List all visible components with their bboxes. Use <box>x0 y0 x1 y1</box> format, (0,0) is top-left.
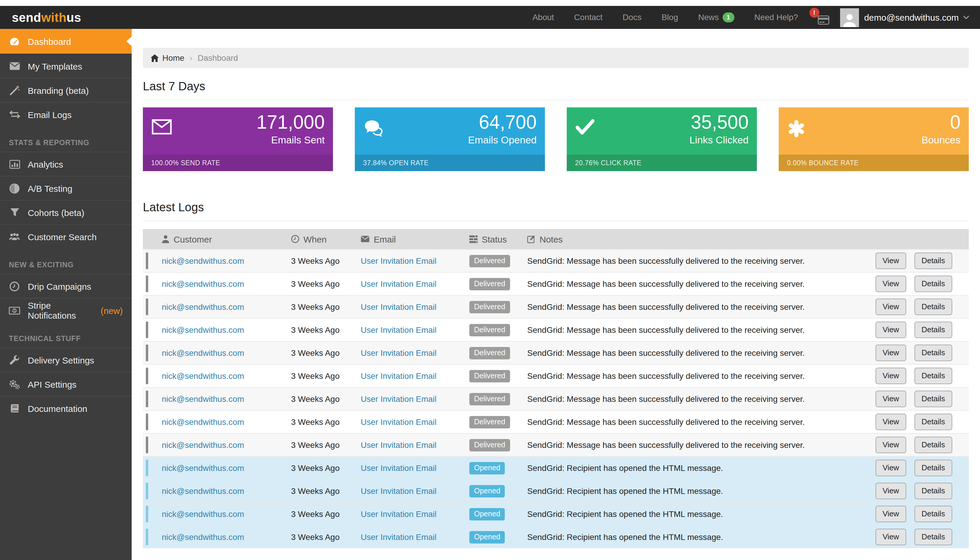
email-template-link[interactable]: User Invitation Email <box>361 417 437 427</box>
note-cell: SendGrid: Message has been successfully … <box>523 364 871 387</box>
email-template-link[interactable]: User Invitation Email <box>361 394 437 403</box>
customer-link[interactable]: nick@sendwithus.com <box>162 463 244 473</box>
sidebar-item-dashboard[interactable]: Dashboard <box>0 29 132 54</box>
status-accent-bar <box>146 506 148 522</box>
nav-link-blog[interactable]: Blog <box>651 6 688 29</box>
stat-footer: 37.84% OPEN RATE <box>355 155 545 171</box>
billing-alert-badge: ! <box>809 7 819 17</box>
customer-link[interactable]: nick@sendwithus.com <box>162 532 244 542</box>
billing-alert-button[interactable]: ! <box>811 9 829 26</box>
status-accent-bar <box>146 275 148 292</box>
details-button[interactable]: Details <box>915 368 952 384</box>
email-template-link[interactable]: User Invitation Email <box>361 486 437 496</box>
column-header-customer: Customer <box>174 234 212 244</box>
details-button[interactable]: Details <box>915 483 952 499</box>
logs-table: Customer When Email Status Notes nick@se… <box>143 229 969 548</box>
table-row: nick@sendwithus.com 3 Weeks Ago User Inv… <box>143 295 969 318</box>
details-button[interactable]: Details <box>915 460 952 476</box>
stat-card-bounces[interactable]: 0 Bounces 0.00% BOUNCE RATE <box>779 107 969 171</box>
sidebar-item-ab-testing[interactable]: A/B Testing <box>0 176 132 200</box>
stat-cards: 171,000 Emails Sent 100.00% SEND RATE 64… <box>143 107 969 171</box>
sidebar-item-documentation[interactable]: Documentation <box>0 396 132 420</box>
customer-link[interactable]: nick@sendwithus.com <box>162 509 244 519</box>
view-button[interactable]: View <box>875 483 906 499</box>
email-template-link[interactable]: User Invitation Email <box>361 348 437 358</box>
customer-link[interactable]: nick@sendwithus.com <box>162 302 244 312</box>
view-button[interactable]: View <box>875 298 906 315</box>
customer-link[interactable]: nick@sendwithus.com <box>162 440 244 450</box>
sidebar-item-customer-search[interactable]: Customer Search <box>0 224 132 248</box>
email-template-link[interactable]: User Invitation Email <box>361 279 437 288</box>
customer-link[interactable]: nick@sendwithus.com <box>162 417 244 427</box>
customer-link[interactable]: nick@sendwithus.com <box>162 371 244 381</box>
status-accent-bar <box>146 391 148 407</box>
user-email[interactable]: demo@sendwithus.com <box>864 12 959 22</box>
person-silhouette-icon <box>841 12 857 27</box>
sidebar-item-drip-campaigns[interactable]: Drip Campaigns <box>0 274 132 298</box>
logo[interactable]: sendwithus <box>0 10 81 25</box>
stat-card-links-clicked[interactable]: 35,500 Links Clicked 20.76% CLICK RATE <box>567 107 757 171</box>
nav-link-about[interactable]: About <box>523 6 564 29</box>
when-cell: 3 Weeks Ago <box>286 480 356 502</box>
email-template-link[interactable]: User Invitation Email <box>361 532 437 542</box>
details-button[interactable]: Details <box>915 506 952 522</box>
breadcrumb-home[interactable]: Home <box>150 53 184 63</box>
nav-link-docs[interactable]: Docs <box>613 6 651 29</box>
column-header-status: Email <box>374 234 396 244</box>
stat-card-emails-sent[interactable]: 171,000 Emails Sent 100.00% SEND RATE <box>143 107 333 171</box>
nav-link-need-help[interactable]: Need Help? <box>745 6 808 29</box>
sidebar-item-cohorts[interactable]: Cohorts (beta) <box>0 200 132 224</box>
note-cell: SendGrid: Message has been successfully … <box>523 342 871 364</box>
customer-link[interactable]: nick@sendwithus.com <box>162 394 244 403</box>
customer-link[interactable]: nick@sendwithus.com <box>162 256 244 265</box>
view-button[interactable]: View <box>875 368 906 384</box>
details-button[interactable]: Details <box>915 275 952 292</box>
customer-link[interactable]: nick@sendwithus.com <box>162 325 244 335</box>
email-template-link[interactable]: User Invitation Email <box>361 509 437 519</box>
email-template-link[interactable]: User Invitation Email <box>361 256 437 265</box>
view-button[interactable]: View <box>875 345 906 361</box>
view-button[interactable]: View <box>875 253 906 269</box>
view-button[interactable]: View <box>875 391 906 407</box>
sidebar-item-delivery-settings[interactable]: Delivery Settings <box>0 348 132 372</box>
details-button[interactable]: Details <box>915 345 952 361</box>
chevron-down-icon[interactable] <box>963 15 969 20</box>
sidebar-item-email-logs[interactable]: Email Logs <box>0 102 132 126</box>
email-template-link[interactable]: User Invitation Email <box>361 325 437 335</box>
sidebar-item-my-templates[interactable]: My Templates <box>0 54 132 78</box>
customer-link[interactable]: nick@sendwithus.com <box>162 486 244 496</box>
details-button[interactable]: Details <box>915 437 952 453</box>
details-button[interactable]: Details <box>915 298 952 315</box>
details-button[interactable]: Details <box>915 253 952 269</box>
view-button[interactable]: View <box>875 275 906 292</box>
email-template-link[interactable]: User Invitation Email <box>361 371 437 381</box>
view-button[interactable]: View <box>875 437 906 453</box>
view-button[interactable]: View <box>875 414 906 430</box>
sidebar-item-stripe-notifications[interactable]: 1 Stripe Notifications (new) <box>0 298 132 322</box>
view-button[interactable]: View <box>875 322 906 338</box>
asterisk-icon <box>788 119 805 140</box>
details-button[interactable]: Details <box>915 391 952 407</box>
customer-link[interactable]: nick@sendwithus.com <box>162 348 244 358</box>
nav-link-news[interactable]: News1 <box>688 6 744 29</box>
stat-card-emails-opened[interactable]: 64,700 Emails Opened 37.84% OPEN RATE <box>355 107 545 171</box>
nav-link-contact[interactable]: Contact <box>564 6 613 29</box>
details-button[interactable]: Details <box>915 322 952 338</box>
table-row: nick@sendwithus.com 3 Weeks Ago User Inv… <box>143 364 969 387</box>
view-button[interactable]: View <box>875 529 906 545</box>
email-template-link[interactable]: User Invitation Email <box>361 302 437 312</box>
avatar[interactable] <box>840 8 859 27</box>
when-cell: 3 Weeks Ago <box>286 342 356 364</box>
sidebar-item-branding[interactable]: Branding (beta) <box>0 78 132 102</box>
when-cell: 3 Weeks Ago <box>286 502 356 525</box>
sidebar-item-analytics[interactable]: Analytics <box>0 152 132 176</box>
view-button[interactable]: View <box>875 506 906 522</box>
email-template-link[interactable]: User Invitation Email <box>361 463 437 473</box>
view-button[interactable]: View <box>875 460 906 476</box>
customer-link[interactable]: nick@sendwithus.com <box>162 279 244 288</box>
main-content: Dashboardeverything in a glance Home › D… <box>132 6 980 548</box>
details-button[interactable]: Details <box>915 414 952 430</box>
email-template-link[interactable]: User Invitation Email <box>361 440 437 450</box>
details-button[interactable]: Details <box>915 529 952 545</box>
sidebar-item-api-settings[interactable]: API Settings <box>0 372 132 396</box>
